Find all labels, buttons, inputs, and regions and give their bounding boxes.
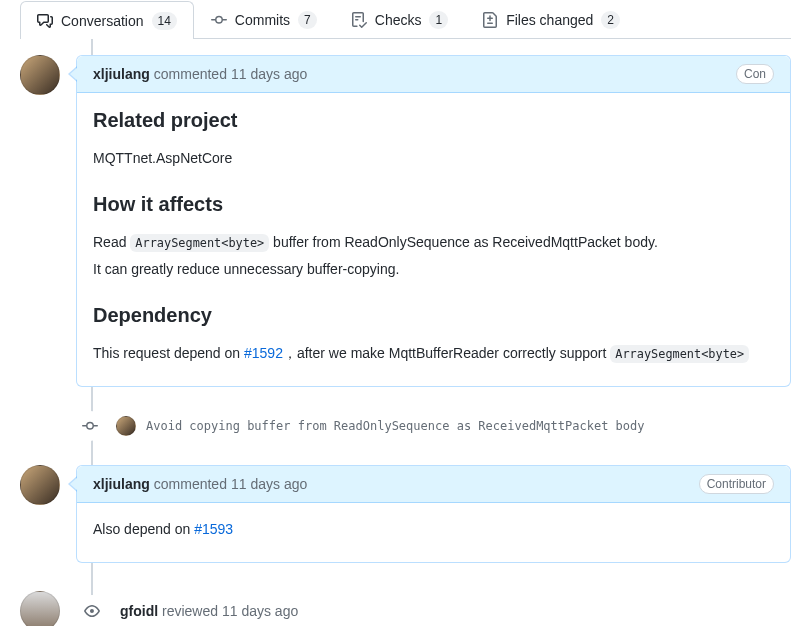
code-inline: ArraySegment<byte> (610, 345, 749, 363)
review-icon-badge (76, 595, 108, 626)
git-commit-icon (82, 418, 98, 434)
issue-link[interactable]: #1593 (194, 521, 233, 537)
tab-counter: 14 (152, 12, 177, 30)
tab-counter: 1 (429, 11, 448, 29)
tab-label: Checks (375, 12, 422, 28)
comment-text: Also depend on #1593 (93, 519, 774, 540)
related-project-text: MQTTnet.AspNetCore (93, 148, 774, 169)
comment-body: Also depend on #1593 (77, 503, 790, 562)
commit-message[interactable]: Avoid copying buffer from ReadOnlySequen… (146, 419, 645, 433)
comment-header: xljiulang commented 11 days ago Contribu… (77, 466, 790, 503)
code-inline: ArraySegment<byte> (130, 234, 269, 252)
heading-how-it-affects: How it affects (93, 193, 774, 216)
comment-author-link[interactable]: xljiulang (93, 476, 150, 492)
timeline-review: gfoidl reviewed 11 days ago (20, 591, 791, 626)
affects-text-line1: Read ArraySegment<byte> buffer from Read… (93, 232, 774, 253)
timeline-comment: xljiulang commented 11 days ago Con Rela… (20, 55, 791, 387)
heading-related-project: Related project (93, 109, 774, 132)
comment-discussion-icon (37, 13, 53, 29)
review-time-link[interactable]: 11 days ago (222, 603, 298, 619)
comment-header: xljiulang commented 11 days ago Con (77, 56, 790, 93)
comment-time-link[interactable]: 11 days ago (231, 476, 307, 492)
timeline-commit: Avoid copying buffer from ReadOnlySequen… (76, 403, 791, 449)
avatar[interactable] (20, 465, 60, 505)
eye-icon (84, 603, 100, 619)
checklist-icon (351, 12, 367, 28)
heading-dependency: Dependency (93, 304, 774, 327)
avatar[interactable] (20, 55, 60, 95)
issue-link[interactable]: #1592 (244, 345, 283, 361)
tab-commits[interactable]: Commits 7 (194, 1, 334, 38)
tab-conversation[interactable]: Conversation 14 (20, 1, 194, 39)
comment-verb: commented (154, 66, 227, 82)
tab-checks[interactable]: Checks 1 (334, 1, 465, 38)
review-author-link[interactable]: gfoidl (120, 603, 158, 619)
tab-label: Commits (235, 12, 290, 28)
contributor-badge: Con (736, 64, 774, 84)
contributor-badge: Contributor (699, 474, 774, 494)
comment-author-link[interactable]: xljiulang (93, 66, 150, 82)
commit-badge (75, 411, 105, 441)
review-verb: reviewed (162, 603, 218, 619)
comment-box: xljiulang commented 11 days ago Con Rela… (76, 55, 791, 387)
comment-box: xljiulang commented 11 days ago Contribu… (76, 465, 791, 563)
file-diff-icon (482, 12, 498, 28)
comment-body: Related project MQTTnet.AspNetCore How i… (77, 93, 790, 386)
avatar[interactable] (20, 591, 60, 626)
affects-text-line2: It can greatly reduce unnecessary buffer… (93, 259, 774, 280)
git-commit-icon (211, 12, 227, 28)
timeline: xljiulang commented 11 days ago Con Rela… (0, 39, 791, 626)
dependency-text: This request depend on #1592，after we ma… (93, 343, 774, 364)
pr-tabnav: Conversation 14 Commits 7 Checks 1 Files… (20, 1, 791, 39)
tab-counter: 2 (601, 11, 620, 29)
comment-verb: commented (154, 476, 227, 492)
comment-time-link[interactable]: 11 days ago (231, 66, 307, 82)
tab-label: Files changed (506, 12, 593, 28)
tab-files-changed[interactable]: Files changed 2 (465, 1, 637, 38)
tab-label: Conversation (61, 13, 144, 29)
timeline-comment: xljiulang commented 11 days ago Contribu… (20, 465, 791, 563)
tab-counter: 7 (298, 11, 317, 29)
review-meta: gfoidl reviewed 11 days ago (120, 603, 298, 619)
avatar[interactable] (116, 416, 136, 436)
